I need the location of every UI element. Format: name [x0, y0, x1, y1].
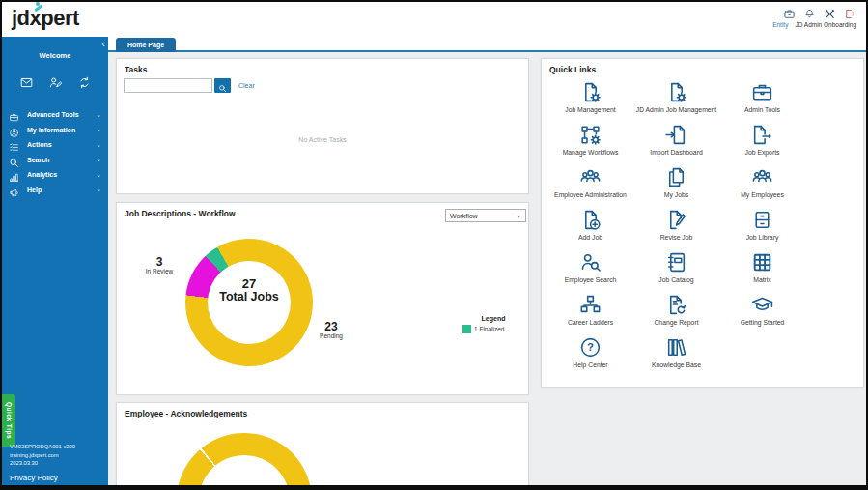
sidebar-item-label: Actions	[27, 141, 96, 148]
briefcase-icon	[750, 80, 774, 104]
chevron-down-icon: ⌄	[96, 171, 101, 179]
sidebar-item-label: Advanced Tools	[27, 111, 96, 118]
mail-icon[interactable]	[19, 75, 34, 90]
version-line: 2023.03.30	[10, 459, 75, 468]
user-name[interactable]: JD Admin Onboarding	[795, 21, 856, 28]
chevron-down-icon: ⌄	[96, 111, 101, 119]
logo-text-right: pert	[41, 6, 79, 30]
quick-links-grid: Job Management JD Admin Job Management A…	[547, 78, 805, 376]
quicklink-job-catalog[interactable]: Job Catalog	[633, 248, 719, 291]
quicklink-import-dashboard[interactable]: Import Dashboard	[633, 121, 719, 163]
quicklink-getting-started[interactable]: Getting Started	[719, 291, 805, 333]
workflow-dropdown[interactable]: Workflow ⌄	[445, 209, 526, 222]
sidebar-item-actions[interactable]: Actions ⌄	[2, 137, 108, 153]
document-plus-icon	[578, 208, 602, 232]
people-icon	[578, 165, 602, 189]
tasks-search-input[interactable]	[124, 78, 212, 93]
quicklink-my-employees[interactable]: My Employees	[719, 163, 805, 206]
sidebar-item-label: My Information	[27, 127, 96, 133]
content-area: Home Page Tasks Clear No Active Tasks Jo…	[108, 37, 866, 485]
tools-icon[interactable]	[824, 7, 836, 19]
tasks-panel: Tasks Clear No Active Tasks	[116, 58, 529, 194]
privacy-policy-link[interactable]: Privacy Policy	[10, 474, 58, 482]
sidebar-item-search[interactable]: Search ⌄	[2, 153, 108, 168]
quicklink-knowledge-base[interactable]: Knowledge Base	[633, 333, 719, 376]
acknowledgements-donut-chart[interactable]	[177, 433, 312, 490]
document-export-icon	[750, 123, 774, 147]
cabinet-icon	[750, 208, 774, 232]
pending-text: Pending	[306, 332, 356, 339]
sidebar-item-advanced-tools[interactable]: Advanced Tools ⌄	[2, 107, 108, 123]
quick-links-panel: Quick Links Job Management JD Admin Job …	[541, 58, 864, 388]
sidebar-item-label: Search	[27, 157, 96, 163]
document-pencil-icon	[664, 208, 688, 232]
sidebar-item-analytics[interactable]: Analytics ⌄	[2, 167, 108, 183]
quicklink-career-ladders[interactable]: Career Ladders	[547, 291, 633, 333]
chevron-down-icon: ⌄	[96, 126, 101, 133]
quicklink-job-library[interactable]: Job Library	[719, 206, 805, 248]
jdxpert-logo: jdxpert	[12, 6, 79, 31]
quick-tips-label: Quick Tips	[6, 402, 13, 439]
checklist-icon	[9, 139, 19, 150]
tasks-search-button[interactable]	[214, 78, 231, 93]
tab-home-page[interactable]: Home Page	[116, 38, 176, 52]
chevron-down-icon: ⌄	[96, 141, 101, 149]
notifications-bell-icon[interactable]	[803, 7, 816, 19]
tasks-clear-link[interactable]: Clear	[238, 82, 255, 89]
notebook-icon	[664, 250, 688, 274]
entity-briefcase-icon[interactable]	[783, 7, 796, 19]
logo-x-mark: x	[30, 6, 42, 31]
quicklink-job-management[interactable]: Job Management	[547, 78, 633, 121]
quick-tips-tab[interactable]: Quick Tips	[2, 394, 15, 447]
workflow-dropdown-value: Workflow	[450, 213, 478, 219]
quicklink-help-center[interactable]: ?Help Center	[547, 333, 633, 376]
sidebar-item-help[interactable]: Help ⌄	[2, 183, 108, 198]
legend-title: Legend	[462, 315, 524, 322]
quicklink-add-job[interactable]: Add Job	[547, 206, 633, 248]
acknowledgements-title: Employee - Acknowledgements	[125, 409, 247, 418]
sync-icon[interactable]	[77, 75, 92, 90]
sidebar-collapse-button[interactable]: ‹	[101, 39, 105, 49]
entity-link[interactable]: Entity	[772, 21, 788, 28]
quicklink-job-exports[interactable]: Job Exports	[719, 121, 805, 163]
quicklink-manage-workflows[interactable]: Manage Workflows	[547, 121, 633, 163]
legend-swatch	[462, 325, 471, 333]
quicklink-change-report[interactable]: Change Report	[633, 291, 719, 333]
version-line: VM02SPRODQA001 v200	[10, 443, 75, 451]
quicklink-matrix[interactable]: Matrix	[719, 248, 805, 291]
bar-chart-icon	[9, 169, 19, 180]
books-icon	[664, 335, 688, 360]
logo-text-left: jd	[12, 6, 30, 30]
megaphone-icon	[9, 185, 19, 195]
in-review-label: 3 In Review	[134, 256, 184, 274]
person-search-icon	[578, 250, 602, 274]
quicklink-employee-search[interactable]: Employee Search	[547, 248, 633, 291]
workflow-donut-chart[interactable]: 27 Total Jobs	[185, 239, 313, 366]
person-circle-icon	[9, 125, 19, 135]
sidebar-item-my-information[interactable]: My Information ⌄	[2, 123, 108, 138]
quicklink-employee-administration[interactable]: Employee Administration	[547, 163, 633, 206]
tasks-empty-message: No Active Tasks	[117, 136, 528, 143]
question-circle-icon: ?	[578, 335, 602, 360]
quicklink-my-jobs[interactable]: My Jobs	[633, 163, 719, 206]
chevron-down-icon: ⌄	[516, 212, 521, 219]
logout-icon[interactable]	[844, 7, 856, 19]
sidebar-item-label: Help	[27, 187, 96, 193]
welcome-icon-row	[2, 75, 108, 90]
total-jobs-text: Total Jobs	[185, 291, 313, 304]
total-jobs-value: 27	[185, 277, 313, 291]
welcome-label: Welcome	[2, 51, 108, 60]
chevron-down-icon: ⌄	[96, 156, 101, 163]
in-review-text: In Review	[134, 268, 184, 274]
tasks-title: Tasks	[125, 65, 147, 74]
pending-value: 23	[306, 321, 356, 332]
person-edit-icon[interactable]	[48, 75, 63, 90]
matrix-icon	[750, 250, 774, 274]
sidebar-item-label: Analytics	[27, 171, 96, 178]
quicklink-revise-job[interactable]: Revise Job	[633, 206, 719, 248]
legend-item-label: 1 Finalized	[474, 326, 504, 332]
quicklink-admin-tools[interactable]: Admin Tools	[719, 78, 805, 121]
tab-strip: Home Page	[108, 37, 866, 52]
quicklink-jd-admin-job-management[interactable]: JD Admin Job Management	[633, 78, 719, 121]
donut-hole	[199, 455, 290, 490]
